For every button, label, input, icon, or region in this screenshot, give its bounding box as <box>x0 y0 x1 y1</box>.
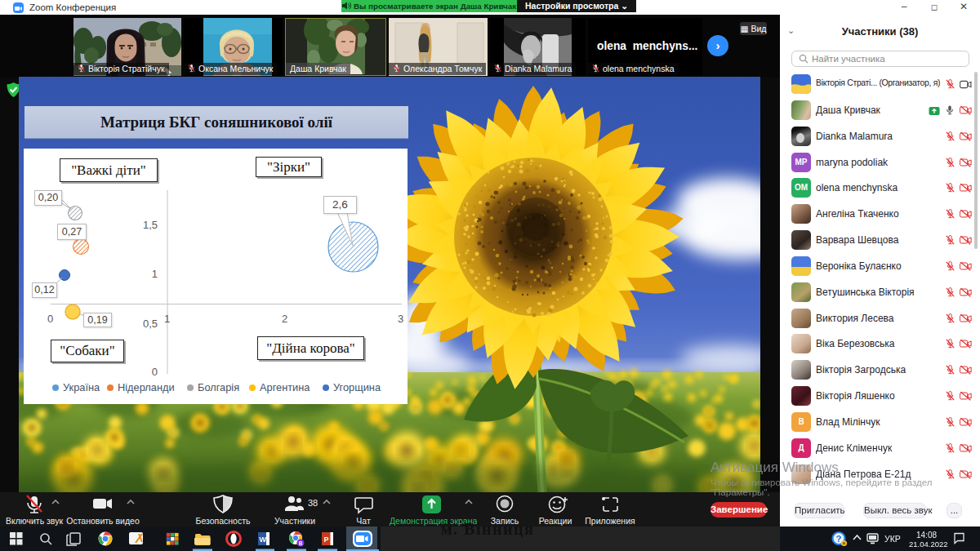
svg-text:B: B <box>299 540 303 546</box>
svg-text:W: W <box>260 535 267 544</box>
svg-text:?: ? <box>835 534 841 544</box>
svg-text:14:08: 14:08 <box>916 531 937 540</box>
svg-text:УКР: УКР <box>884 534 901 544</box>
svg-text:21.04.2022: 21.04.2022 <box>909 540 948 549</box>
svg-text:38: 38 <box>308 498 318 508</box>
svg-text:P: P <box>324 535 329 544</box>
